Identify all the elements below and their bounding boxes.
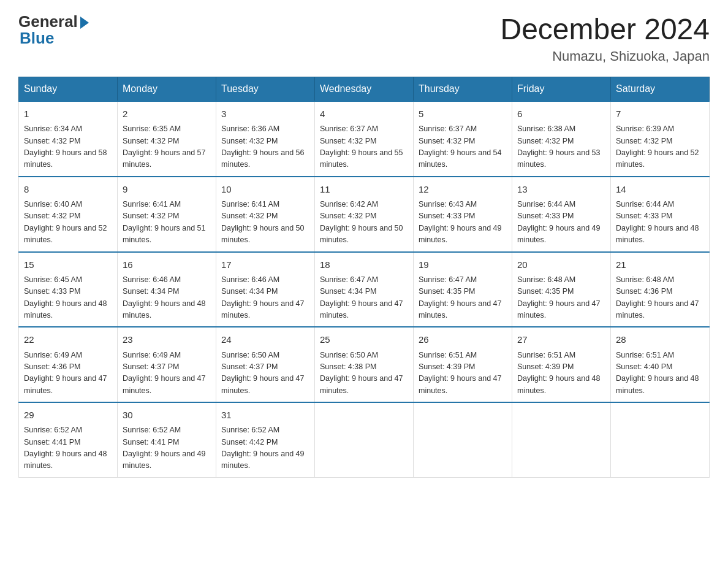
daylight-text: Daylight: 9 hours and 47 minutes.	[221, 299, 305, 320]
daylight-text: Daylight: 9 hours and 50 minutes.	[320, 224, 403, 244]
sunrise-text: Sunrise: 6:45 AM	[24, 275, 82, 284]
sunrise-text: Sunrise: 6:37 AM	[320, 124, 378, 133]
week-row-1: 1Sunrise: 6:34 AMSunset: 4:32 PMDaylight…	[19, 101, 710, 177]
logo-triangle-icon	[80, 17, 89, 29]
sunset-text: Sunset: 4:42 PM	[221, 438, 278, 446]
day-number: 24	[221, 332, 309, 347]
sunset-text: Sunset: 4:32 PM	[419, 137, 475, 145]
day-number: 29	[24, 408, 112, 422]
daylight-text: Daylight: 9 hours and 53 minutes.	[517, 148, 601, 169]
calendar-cell: 12Sunrise: 6:43 AMSunset: 4:33 PMDayligh…	[414, 177, 512, 252]
header-day-monday: Monday	[118, 77, 216, 102]
calendar-cell: 29Sunrise: 6:52 AMSunset: 4:41 PMDayligh…	[19, 402, 118, 477]
day-number: 10	[221, 182, 309, 196]
day-number: 11	[320, 182, 408, 196]
day-number: 1	[24, 107, 112, 121]
calendar-cell: 30Sunrise: 6:52 AMSunset: 4:41 PMDayligh…	[118, 402, 216, 477]
day-number: 17	[221, 258, 309, 272]
daylight-text: Daylight: 9 hours and 49 minutes.	[517, 224, 601, 244]
daylight-text: Daylight: 9 hours and 51 minutes.	[123, 224, 206, 244]
daylight-text: Daylight: 9 hours and 47 minutes.	[320, 299, 403, 320]
sunrise-text: Sunrise: 6:51 AM	[419, 351, 477, 359]
day-number: 21	[616, 258, 704, 272]
calendar-cell	[414, 402, 512, 477]
day-number: 28	[616, 332, 704, 347]
calendar-cell: 16Sunrise: 6:46 AMSunset: 4:34 PMDayligh…	[118, 252, 216, 327]
day-number: 6	[517, 107, 605, 121]
daylight-text: Daylight: 9 hours and 47 minutes.	[320, 374, 403, 394]
day-number: 5	[419, 107, 507, 121]
calendar-cell: 10Sunrise: 6:41 AMSunset: 4:32 PMDayligh…	[216, 177, 315, 252]
header-day-friday: Friday	[512, 77, 611, 102]
sunrise-text: Sunrise: 6:47 AM	[419, 275, 477, 284]
calendar-cell: 11Sunrise: 6:42 AMSunset: 4:32 PMDayligh…	[315, 177, 414, 252]
logo-blue-text: Blue	[20, 29, 54, 48]
daylight-text: Daylight: 9 hours and 48 minutes.	[616, 224, 699, 244]
sunrise-text: Sunrise: 6:50 AM	[221, 351, 279, 359]
sunset-text: Sunset: 4:32 PM	[123, 212, 179, 220]
calendar-cell: 3Sunrise: 6:36 AMSunset: 4:32 PMDaylight…	[216, 101, 315, 177]
week-row-4: 22Sunrise: 6:49 AMSunset: 4:36 PMDayligh…	[19, 327, 710, 402]
sunrise-text: Sunrise: 6:48 AM	[616, 275, 674, 284]
title-area: December 2024 Numazu, Shizuoka, Japan	[500, 12, 710, 64]
header-day-saturday: Saturday	[611, 77, 710, 102]
day-number: 19	[419, 258, 507, 272]
calendar-cell	[315, 402, 414, 477]
day-number: 13	[517, 182, 605, 196]
sunrise-text: Sunrise: 6:48 AM	[517, 275, 575, 284]
sunset-text: Sunset: 4:36 PM	[616, 287, 672, 296]
sunset-text: Sunset: 4:34 PM	[221, 287, 278, 296]
calendar-cell: 17Sunrise: 6:46 AMSunset: 4:34 PMDayligh…	[216, 252, 315, 327]
sunset-text: Sunset: 4:32 PM	[320, 212, 376, 220]
day-number: 14	[616, 182, 704, 196]
sunset-text: Sunset: 4:33 PM	[616, 212, 672, 220]
daylight-text: Daylight: 9 hours and 48 minutes.	[517, 374, 601, 394]
sunset-text: Sunset: 4:32 PM	[320, 137, 376, 145]
sunset-text: Sunset: 4:35 PM	[419, 287, 475, 296]
day-number: 20	[517, 258, 605, 272]
calendar-cell: 13Sunrise: 6:44 AMSunset: 4:33 PMDayligh…	[512, 177, 611, 252]
sunset-text: Sunset: 4:41 PM	[24, 438, 80, 446]
daylight-text: Daylight: 9 hours and 54 minutes.	[419, 148, 502, 169]
sunrise-text: Sunrise: 6:35 AM	[123, 124, 181, 133]
day-number: 16	[123, 258, 211, 272]
day-number: 12	[419, 182, 507, 196]
calendar-cell: 8Sunrise: 6:40 AMSunset: 4:32 PMDaylight…	[19, 177, 118, 252]
daylight-text: Daylight: 9 hours and 48 minutes.	[24, 450, 107, 470]
day-number: 7	[616, 107, 704, 121]
daylight-text: Daylight: 9 hours and 47 minutes.	[24, 374, 107, 394]
sunset-text: Sunset: 4:34 PM	[123, 287, 179, 296]
header-row: SundayMondayTuesdayWednesdayThursdayFrid…	[19, 77, 710, 102]
sunset-text: Sunset: 4:40 PM	[616, 362, 672, 371]
daylight-text: Daylight: 9 hours and 47 minutes.	[419, 299, 502, 320]
page-header: General Blue December 2024 Numazu, Shizu…	[18, 12, 710, 64]
week-row-2: 8Sunrise: 6:40 AMSunset: 4:32 PMDaylight…	[19, 177, 710, 252]
calendar-cell: 19Sunrise: 6:47 AMSunset: 4:35 PMDayligh…	[414, 252, 512, 327]
sunrise-text: Sunrise: 6:52 AM	[123, 426, 181, 434]
calendar-cell: 9Sunrise: 6:41 AMSunset: 4:32 PMDaylight…	[118, 177, 216, 252]
daylight-text: Daylight: 9 hours and 48 minutes.	[616, 374, 699, 394]
week-row-3: 15Sunrise: 6:45 AMSunset: 4:33 PMDayligh…	[19, 252, 710, 327]
sunrise-text: Sunrise: 6:36 AM	[221, 124, 279, 133]
sunset-text: Sunset: 4:37 PM	[123, 362, 179, 371]
sunset-text: Sunset: 4:35 PM	[517, 287, 574, 296]
calendar-cell: 26Sunrise: 6:51 AMSunset: 4:39 PMDayligh…	[414, 327, 512, 402]
calendar-cell: 6Sunrise: 6:38 AMSunset: 4:32 PMDaylight…	[512, 101, 611, 177]
day-number: 23	[123, 332, 211, 347]
daylight-text: Daylight: 9 hours and 57 minutes.	[123, 148, 206, 169]
calendar-cell: 20Sunrise: 6:48 AMSunset: 4:35 PMDayligh…	[512, 252, 611, 327]
calendar-cell: 1Sunrise: 6:34 AMSunset: 4:32 PMDaylight…	[19, 101, 118, 177]
calendar-cell: 14Sunrise: 6:44 AMSunset: 4:33 PMDayligh…	[611, 177, 710, 252]
day-number: 9	[123, 182, 211, 196]
day-number: 8	[24, 182, 112, 196]
daylight-text: Daylight: 9 hours and 58 minutes.	[24, 148, 107, 169]
calendar-cell: 15Sunrise: 6:45 AMSunset: 4:33 PMDayligh…	[19, 252, 118, 327]
sunset-text: Sunset: 4:32 PM	[24, 137, 80, 145]
calendar-cell	[512, 402, 611, 477]
sunset-text: Sunset: 4:39 PM	[419, 362, 475, 371]
sunrise-text: Sunrise: 6:44 AM	[616, 200, 674, 209]
sunset-text: Sunset: 4:39 PM	[517, 362, 574, 371]
sunrise-text: Sunrise: 6:52 AM	[221, 426, 279, 434]
sunset-text: Sunset: 4:37 PM	[221, 362, 278, 371]
daylight-text: Daylight: 9 hours and 48 minutes.	[123, 299, 206, 320]
